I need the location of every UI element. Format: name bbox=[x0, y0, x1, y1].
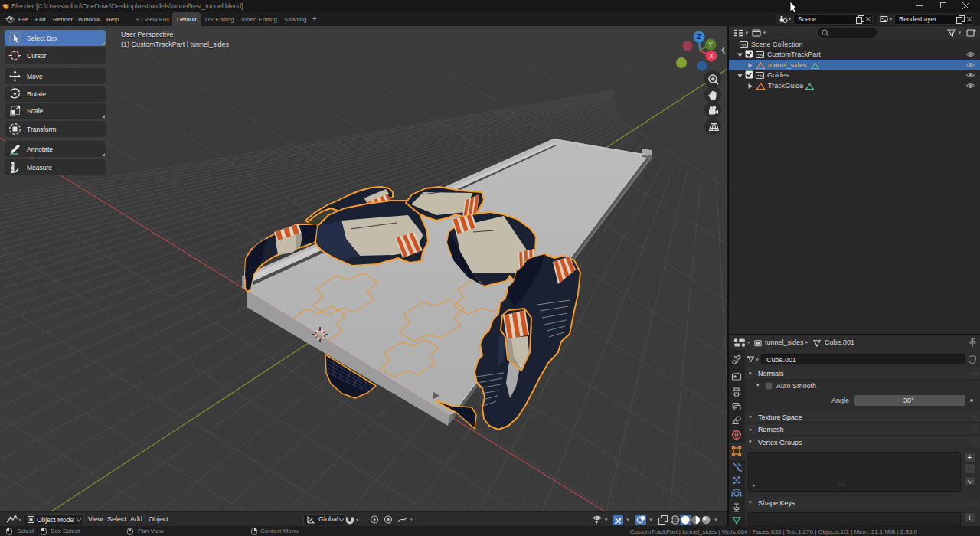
svg-text:Z: Z bbox=[697, 33, 701, 41]
svg-text:X: X bbox=[709, 52, 714, 60]
svg-text:Y: Y bbox=[708, 41, 713, 48]
